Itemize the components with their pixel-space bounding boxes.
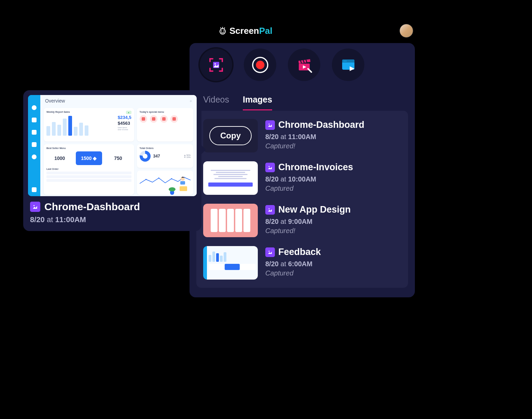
- svg-point-1: [221, 30, 222, 31]
- preview-dashboard-sidebar: [28, 95, 40, 196]
- item-title-row: Chrome-Dashboard: [265, 120, 401, 130]
- record-icon: [251, 56, 269, 74]
- svg-point-37: [33, 205, 34, 206]
- svg-line-5: [224, 28, 225, 29]
- item-status: Captured!: [265, 142, 401, 150]
- tab-videos[interactable]: Videos: [203, 95, 229, 110]
- preview-title: Chrome-Dashboard: [44, 201, 140, 213]
- dashboard-last-order-label: Last Order: [46, 168, 131, 170]
- preview-info: Chrome-Dashboard 8/20 at 11:00AM: [28, 196, 197, 226]
- svg-point-35: [169, 187, 176, 191]
- preview-card: Overview ⌕ Weekly Report Sales: [23, 90, 201, 231]
- images-list: Copy Chrome-Dashboard 8/20 at 11:00AM Ca…: [196, 111, 408, 288]
- svg-point-26: [269, 251, 270, 252]
- svg-point-7: [214, 63, 216, 65]
- image-icon: [265, 205, 275, 215]
- list-item[interactable]: New App Design 8/20 at 9:00AM Captured!: [203, 204, 401, 237]
- image-icon: [265, 120, 275, 130]
- copy-button[interactable]: Copy: [209, 126, 252, 145]
- svg-point-2: [223, 30, 224, 31]
- tab-images[interactable]: Images: [243, 95, 272, 110]
- svg-rect-21: [267, 165, 273, 170]
- preview-meta: 8/20 at 11:00AM: [30, 215, 195, 224]
- avatar[interactable]: [400, 24, 413, 38]
- item-title: Feedback: [278, 247, 321, 257]
- svg-rect-19: [267, 122, 273, 128]
- brand-name-part2: Pal: [259, 26, 272, 36]
- svg-rect-31: [180, 186, 187, 191]
- toolbar: [196, 49, 408, 81]
- browser-play-icon: [339, 56, 357, 74]
- tabs: Videos Images: [196, 95, 408, 111]
- dashboard-total-orders-label: Total Orders: [140, 147, 191, 149]
- item-status: Captured: [265, 185, 401, 192]
- image-icon: [265, 163, 275, 172]
- svg-rect-16: [342, 62, 354, 63]
- item-info: Chrome-Dashboard 8/20 at 11:00AM Capture…: [265, 119, 401, 150]
- app-header: ScreenPal: [205, 24, 413, 38]
- preview-thumbnail[interactable]: Overview ⌕ Weekly Report Sales: [28, 95, 197, 196]
- item-title: New App Design: [278, 204, 351, 215]
- thumbnail-app-design[interactable]: [203, 204, 258, 237]
- item-title: Chrome-Dashboard: [278, 120, 364, 130]
- svg-point-28: [158, 177, 159, 178]
- image-icon: [30, 202, 40, 212]
- svg-rect-25: [267, 249, 273, 255]
- record-button[interactable]: [244, 49, 276, 81]
- svg-rect-23: [267, 207, 273, 213]
- list-item[interactable]: Feedback 8/20 at 6:00AM Captured: [203, 246, 401, 280]
- list-item[interactable]: Copy Chrome-Dashboard 8/20 at 11:00AM Ca…: [203, 119, 401, 152]
- item-info: Chrome-Invoices 8/20 at 10:00AM Captured: [265, 161, 401, 192]
- main-panel: Videos Images Copy Chrome-Dashboard 8/20…: [190, 43, 415, 297]
- item-meta: 8/20 at 10:00AM: [265, 175, 401, 183]
- list-item[interactable]: Chrome-Invoices 8/20 at 10:00AM Captured: [203, 161, 401, 195]
- thumbnail-dashboard[interactable]: Copy: [203, 119, 258, 152]
- item-status: Captured: [265, 269, 401, 277]
- svg-point-27: [145, 179, 146, 180]
- svg-rect-36: [32, 204, 38, 210]
- brand-logo-icon: [219, 27, 227, 35]
- video-editor-button[interactable]: [288, 49, 320, 81]
- capture-screenshot-button[interactable]: [200, 49, 232, 81]
- dashboard-tile-3: 750: [105, 151, 131, 165]
- dashboard-weekly-label: Weekly Report Sales: [46, 111, 114, 113]
- dashboard-secondary-number: $4563: [118, 121, 131, 126]
- item-title-row: Chrome-Invoices: [265, 162, 401, 173]
- item-status: Captured!: [265, 227, 401, 235]
- svg-point-18: [345, 60, 346, 62]
- item-info: Feedback 8/20 at 6:00AM Captured: [265, 246, 401, 277]
- svg-point-9: [256, 60, 264, 69]
- svg-point-0: [220, 29, 225, 34]
- svg-point-24: [269, 208, 270, 209]
- thumbnail-feedback[interactable]: [203, 246, 258, 280]
- item-title-row: Feedback: [265, 247, 401, 257]
- dashboard-tile-1: 1000: [46, 151, 73, 165]
- svg-rect-32: [180, 181, 185, 185]
- capture-icon: [207, 55, 226, 75]
- image-icon: [265, 247, 275, 257]
- svg-point-20: [269, 123, 270, 124]
- item-title-row: New App Design: [265, 204, 401, 215]
- preview-title-row: Chrome-Dashboard: [30, 201, 195, 213]
- item-title: Chrome-Invoices: [278, 162, 353, 173]
- dashboard-best-seller-label: Best Seller Menu: [46, 147, 131, 149]
- brand-name-part1: Screen: [229, 26, 259, 36]
- preview-dashboard-body: Overview ⌕ Weekly Report Sales: [40, 95, 197, 196]
- dashboard-special-menu-label: Today's special menu: [140, 111, 191, 113]
- svg-line-3: [221, 28, 221, 29]
- dashboard-primary-number: $234,5: [118, 115, 131, 120]
- item-meta: 8/20 at 6:00AM: [265, 260, 401, 268]
- item-meta: 8/20 at 11:00AM: [265, 133, 401, 141]
- svg-point-22: [269, 166, 270, 167]
- clapperboard-icon: [295, 56, 313, 74]
- item-info: New App Design 8/20 at 9:00AM Captured!: [265, 204, 401, 235]
- item-meta: 8/20 at 9:00AM: [265, 218, 401, 226]
- svg-point-17: [344, 60, 345, 62]
- story-button[interactable]: [332, 49, 364, 81]
- thumbnail-invoices[interactable]: [203, 161, 258, 195]
- dashboard-overview-label: Overview: [45, 98, 65, 104]
- dashboard-tile-2: 1500: [81, 156, 92, 161]
- dashboard-total-orders-value: 347: [153, 154, 160, 159]
- person-illustration-icon: [167, 171, 191, 195]
- brand-logo: ScreenPal: [219, 26, 272, 36]
